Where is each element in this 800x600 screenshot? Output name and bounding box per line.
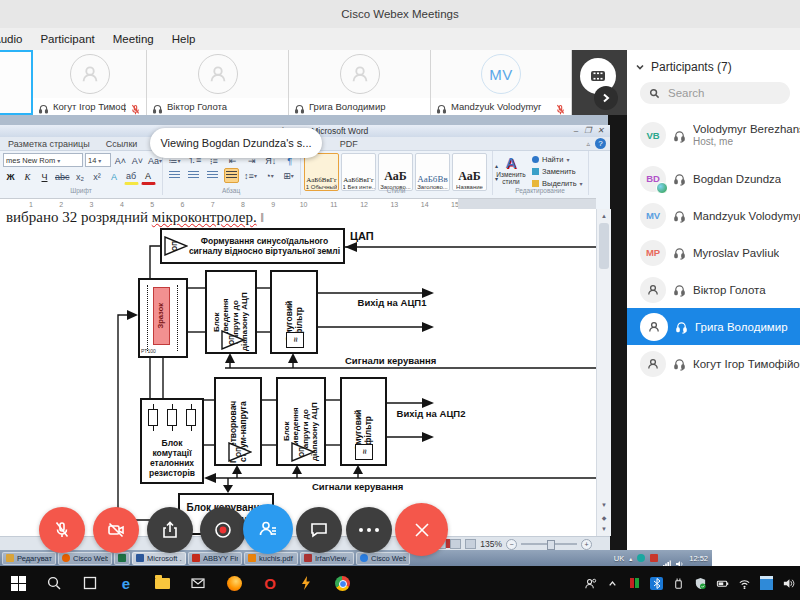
video-tile[interactable]: MV Mandzyuk Volodymyr <box>431 50 572 115</box>
participant-row-selected[interactable]: Грига Володимир <box>627 308 800 345</box>
tray-expand-icon[interactable]: ▴ <box>629 555 632 562</box>
language-indicator[interactable]: UK <box>614 554 624 563</box>
font-color-button[interactable]: А <box>141 168 156 185</box>
zoom-in-button[interactable]: + <box>581 539 592 550</box>
taskbar-button[interactable]: Cisco Webe... <box>356 552 410 565</box>
menu-audio[interactable]: Audio <box>0 33 22 45</box>
bluetooth-icon[interactable] <box>647 566 666 600</box>
battery-icon[interactable] <box>713 566 732 600</box>
help-icon[interactable]: ? <box>595 138 606 149</box>
zoom-slider[interactable] <box>521 543 577 545</box>
stop-video-button[interactable] <box>93 507 139 553</box>
menu-participant[interactable]: Participant <box>40 33 94 45</box>
participants-button[interactable] <box>243 504 293 554</box>
defender-icon[interactable] <box>691 566 710 600</box>
taskbar-button[interactable]: Редагувати ... <box>2 552 56 565</box>
change-styles-button[interactable]: А Изменить стили <box>494 154 528 185</box>
style-title[interactable]: АаБНазвание <box>452 153 487 191</box>
highlight-button[interactable]: аб <box>124 168 139 185</box>
zoom-out-button[interactable]: − <box>506 539 517 550</box>
next-page-icon[interactable]: ▼ <box>599 524 609 534</box>
tray-app-icon[interactable] <box>637 554 645 562</box>
taskbar-button[interactable]: Cisco Webe... <box>58 552 112 565</box>
opera-icon[interactable]: O <box>252 566 288 600</box>
strikethrough-button[interactable]: abc <box>54 169 71 184</box>
chrome-icon[interactable] <box>324 566 360 600</box>
record-button[interactable] <box>200 507 246 553</box>
vertical-scrollbar[interactable]: ▲ ▼ ◆ ▼ <box>596 209 611 536</box>
style-normal[interactable]: АаБбВвГг1 Обычный <box>304 153 339 191</box>
mute-button[interactable] <box>39 507 85 553</box>
find-button[interactable]: Найти▾ <box>532 154 583 165</box>
taskbar-button[interactable]: ABBYY Fin... <box>188 552 242 565</box>
font-size-select[interactable]: 14▾ <box>85 153 111 167</box>
video-tile[interactable]: Когут Ігор Тимофійович <box>33 50 147 115</box>
scroll-down-icon[interactable]: ▼ <box>599 500 609 510</box>
video-tile[interactable]: Віктор Голота <box>147 50 289 115</box>
network-icon[interactable] <box>663 554 671 562</box>
tab-references[interactable]: Ссылки <box>106 139 138 149</box>
task-view-icon[interactable] <box>72 566 108 600</box>
scrollbar-thumb[interactable] <box>599 223 609 269</box>
text-effects-button[interactable]: А <box>107 169 122 184</box>
participant-row[interactable]: MP Myroslav Pavliuk <box>627 234 800 271</box>
style-heading2[interactable]: АаБбВвЗаголово... <box>415 153 450 191</box>
align-left-button[interactable] <box>167 168 182 183</box>
participant-row[interactable]: BD Bogdan Dzundza <box>627 160 800 197</box>
taskbar-button-word-active[interactable]: Microsoft ... <box>132 552 186 565</box>
close-icon[interactable]: ✕ <box>597 126 604 135</box>
power-plug-icon[interactable] <box>669 566 688 600</box>
superscript-button[interactable]: x² <box>90 169 105 184</box>
video-tile-active-partial[interactable] <box>0 50 33 115</box>
participants-header[interactable]: Participants (7) <box>635 60 732 74</box>
file-explorer-icon[interactable] <box>144 566 180 600</box>
taskbar-button[interactable]: IrfanView ... <box>300 552 354 565</box>
participant-row[interactable]: Когут Ігор Тимофійович <box>627 345 800 382</box>
search-input[interactable] <box>666 86 770 100</box>
minimize-icon[interactable]: – <box>574 126 578 135</box>
line-spacing-button[interactable]: ↕≡▾ <box>243 168 258 183</box>
tab-page-layout[interactable]: Разметка страницы <box>8 139 90 149</box>
replace-button[interactable]: Заменить <box>532 166 583 177</box>
search-icon[interactable] <box>36 566 72 600</box>
subscript-button[interactable]: x₂ <box>73 169 88 184</box>
video-tile[interactable]: Грига Володимир <box>289 50 431 115</box>
chat-button[interactable] <box>296 507 342 553</box>
search-box[interactable] <box>640 82 790 104</box>
recorder-icon[interactable] <box>625 566 644 600</box>
collapse-ribbon-icon[interactable]: ▵ <box>586 140 590 148</box>
leave-meeting-button[interactable] <box>395 503 448 556</box>
participant-row[interactable]: VB Volodymyr Berezhansky Host, me <box>627 112 800 158</box>
view-outline-icon[interactable] <box>450 539 461 549</box>
justify-button[interactable] <box>224 168 239 183</box>
wifi-icon[interactable] <box>735 566 754 600</box>
style-heading1[interactable]: АаБЗаголово... <box>378 153 413 191</box>
align-center-button[interactable] <box>186 168 201 183</box>
start-button[interactable] <box>0 566 36 600</box>
clock[interactable]: 12:52 <box>689 554 708 563</box>
underline-button[interactable]: Ч <box>37 169 52 184</box>
menu-help[interactable]: Help <box>172 33 196 45</box>
shrink-font-button[interactable]: А˅ <box>130 153 145 168</box>
view-draft-icon[interactable] <box>465 539 476 549</box>
more-options-button[interactable] <box>346 507 392 553</box>
share-button[interactable] <box>147 507 193 553</box>
scroll-up-icon[interactable]: ▲ <box>599 211 609 221</box>
restore-icon[interactable]: ❐ <box>584 126 591 135</box>
borders-button[interactable]: ⊞▾ <box>281 168 296 183</box>
document-page[interactable]: вибрано 32 розрядний мікроконтролер. ‖ <box>0 209 596 536</box>
previous-page-icon[interactable]: ◆ <box>599 512 609 522</box>
zoom-level[interactable]: 135% <box>480 539 502 549</box>
align-right-button[interactable] <box>205 168 220 183</box>
people-icon[interactable] <box>581 566 600 600</box>
tray-flag-icon[interactable] <box>650 554 658 562</box>
taskbar-button-excel[interactable] <box>114 552 130 565</box>
participant-row[interactable]: MV Mandzyuk Volodymyr <box>627 197 800 234</box>
firefox-icon[interactable] <box>216 566 252 600</box>
grow-font-button[interactable]: А˄ <box>113 153 128 168</box>
font-name-select[interactable]: mes New Rom▾ <box>3 153 83 167</box>
bolt-app-icon[interactable] <box>288 566 324 600</box>
tray-expand-icon[interactable] <box>603 566 622 600</box>
display-app-icon[interactable] <box>757 566 776 600</box>
zoom-slider-thumb[interactable] <box>547 540 555 550</box>
